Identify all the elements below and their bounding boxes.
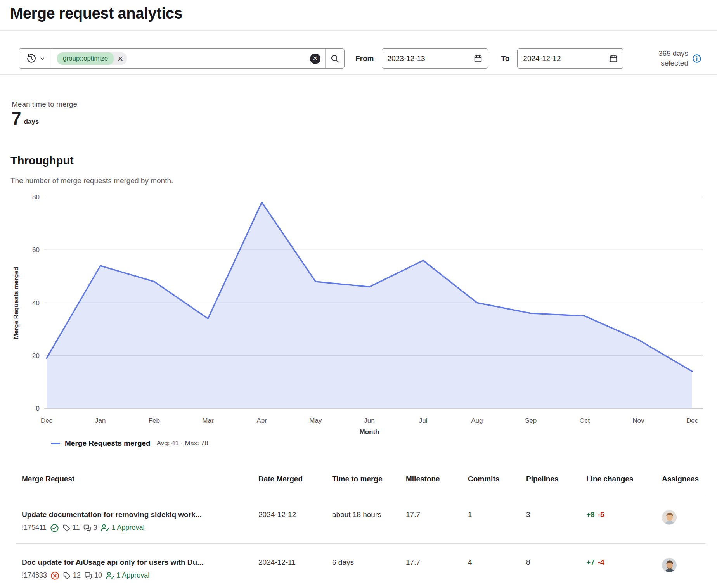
page-title: Merge request analytics [10,5,182,22]
table-row: Update documentation for removing sideki… [16,496,705,544]
col-header-time-to-merge: Time to merge [326,465,400,496]
pipeline-passed-icon [50,524,59,533]
merge-request-id[interactable]: !175411 [22,523,47,532]
svg-text:Apr: Apr [256,417,267,424]
from-date-value: 2023-12-13 [388,54,425,63]
col-header-assignees: Assignees [656,465,705,496]
days-selected: 365 days selected [658,49,701,68]
metric-unit: days [24,118,39,126]
labels-count[interactable]: 12 [63,571,81,580]
approvals[interactable]: 1 Approval [100,523,144,532]
additions: +7 [586,558,595,566]
throughput-heading: Throughput [10,154,74,167]
deletions: -4 [598,558,604,566]
to-date-value: 2024-12-12 [523,54,561,63]
date-merged-cell: 2024-12-11 [252,544,326,588]
chevron-down-icon [40,56,45,61]
label-icon [63,572,71,580]
svg-text:0: 0 [36,405,40,412]
svg-text:60: 60 [32,246,40,254]
clear-search-button[interactable]: ✕ [310,54,320,64]
time-to-merge-cell: about 18 hours [326,496,400,543]
filter-token[interactable]: group::optimize ✕ [57,52,127,65]
info-icon[interactable] [692,54,701,63]
svg-text:Oct: Oct [579,417,590,424]
merge-request-meta: !175411 [22,523,246,532]
merge-request-cell: Doc update for AiUsage api only for user… [16,544,252,588]
from-label: From [355,54,374,63]
filter-token-label: group::optimize [57,52,114,65]
merge-request-meta: !174833 [22,571,246,580]
table-header-row: Merge Request Date Merged Time to merge … [16,465,705,496]
filtered-search-input[interactable]: group::optimize ✕ [52,49,310,68]
legend-series-label: Merge Requests merged [65,439,151,448]
to-date-input[interactable]: 2024-12-12 [517,48,623,69]
merge-request-analytics-page: Merge request analytics [0,0,717,588]
days-selected-text: 365 days selected [658,49,688,68]
svg-text:Feb: Feb [149,417,160,424]
calendar-icon [609,54,618,63]
pipelines-cell: 3 [520,496,580,543]
comments-icon [84,572,92,580]
filter-divider [0,74,717,75]
pipelines-cell: 8 [520,544,580,588]
chart-legend[interactable]: Merge Requests merged Avg: 41 · Max: 78 [51,439,208,448]
search-history-button[interactable] [19,49,52,68]
approval-icon [106,571,114,580]
line-changes-cell: +8-5 [580,496,656,543]
metric-value: 7 [12,110,21,127]
labels-count[interactable]: 11 [62,523,80,532]
svg-text:Mar: Mar [202,417,214,424]
avatar[interactable] [662,558,677,572]
mean-time-to-merge-metric: Mean time to merge 7 days [12,100,77,127]
deletions: -5 [598,510,604,519]
svg-text:Dec: Dec [686,417,698,424]
comments-count[interactable]: 3 [83,523,97,532]
svg-text:Jul: Jul [419,417,428,424]
svg-text:40: 40 [32,299,40,307]
line-changes-cell: +7-4 [580,544,656,588]
x-axis-title: Month [360,428,379,436]
clear-icon: ✕ [313,55,318,62]
merge-request-title-link[interactable]: Doc update for AiUsage api only for user… [22,558,203,566]
svg-text:Dec: Dec [41,417,53,424]
from-date-input[interactable]: 2023-12-13 [382,48,488,69]
calendar-icon [474,54,482,63]
date-merged-cell: 2024-12-12 [252,496,326,543]
comments-icon [83,524,91,532]
milestone-cell: 17.7 [400,496,462,543]
header-divider [0,30,717,31]
svg-text:Jan: Jan [95,417,106,424]
col-header-commits: Commits [462,465,520,496]
merge-request-table: Merge Request Date Merged Time to merge … [16,465,705,588]
assignees-cell [656,544,705,588]
search-button[interactable] [325,49,344,68]
label-icon [62,524,71,532]
additions: +8 [586,510,595,519]
approvals[interactable]: 1 Approval [106,571,149,580]
filter-token-remove-button[interactable]: ✕ [114,52,127,65]
col-header-merge-request: Merge Request [16,465,252,496]
svg-text:20: 20 [32,352,40,360]
svg-text:80: 80 [32,194,40,201]
filter-bar: group::optimize ✕ ✕ From 2023-12-13 [19,48,701,69]
metric-label: Mean time to merge [12,100,77,109]
time-to-merge-cell: 6 days [326,544,400,588]
table-row: Doc update for AiUsage api only for user… [16,544,705,588]
avatar[interactable] [662,510,677,525]
merge-request-title-link[interactable]: Update documentation for removing sideki… [22,510,201,519]
col-header-pipelines: Pipelines [520,465,580,496]
to-label: To [501,54,510,63]
filtered-search: group::optimize ✕ ✕ [19,48,345,69]
merge-request-id[interactable]: !174833 [22,571,47,580]
svg-text:Sep: Sep [525,417,537,424]
commits-cell: 1 [462,496,520,543]
assignees-cell [656,496,705,543]
legend-stats: Avg: 41 · Max: 78 [157,439,208,447]
comments-count[interactable]: 10 [84,571,102,580]
col-header-milestone: Milestone [400,465,462,496]
svg-text:May: May [309,417,322,424]
legend-swatch [51,443,60,444]
merge-request-cell: Update documentation for removing sideki… [16,496,252,543]
search-icon [330,54,339,63]
